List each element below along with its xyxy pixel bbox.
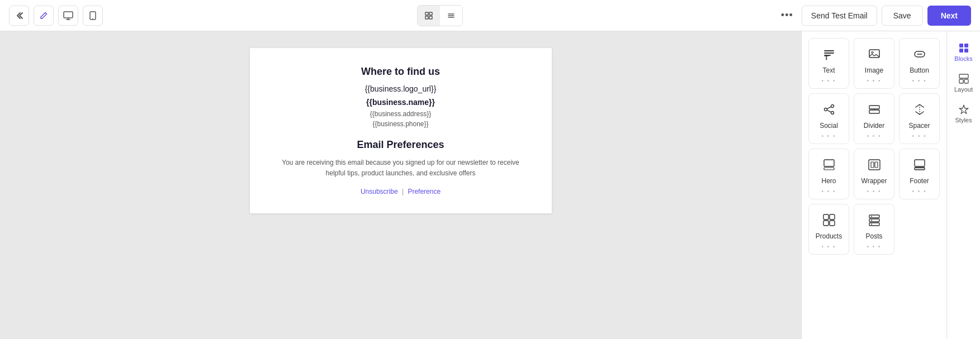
block-hero[interactable]: Hero • • • (808, 149, 849, 199)
svg-rect-0 (64, 12, 73, 18)
svg-rect-23 (871, 162, 874, 168)
wrapper-block-icon (868, 156, 881, 174)
business-name-var: {{business.name}} (272, 98, 529, 107)
email-preview: Where to find us {{business.logo_url}} {… (250, 48, 552, 213)
svg-rect-4 (429, 12, 432, 15)
svg-rect-3 (425, 12, 428, 15)
toolbar-right: ••• Send Test Email Save Next (777, 6, 971, 26)
body-text: You are receiving this email because you… (272, 157, 529, 179)
spacer-block-icon (913, 101, 926, 118)
footer-block-icon (913, 156, 926, 174)
desktop-view-button[interactable] (58, 6, 78, 26)
svg-rect-32 (869, 215, 879, 218)
sidebar-styles-button[interactable]: Styles (949, 99, 978, 128)
svg-rect-38 (959, 44, 963, 47)
svg-rect-41 (964, 49, 968, 52)
products-block-icon (822, 211, 836, 229)
block-divider[interactable]: Divider • • • (854, 93, 894, 144)
styles-label: Styles (955, 117, 972, 123)
block-footer[interactable]: Footer • • • (899, 149, 940, 199)
svg-text:T: T (825, 55, 828, 61)
hero-block-label: Hero (821, 177, 836, 185)
svg-rect-28 (823, 214, 828, 219)
svg-rect-40 (959, 49, 963, 52)
svg-point-36 (871, 220, 872, 221)
svg-rect-22 (869, 160, 880, 170)
find-us-title: Where to find us (272, 66, 529, 78)
canvas-area[interactable]: Where to find us {{business.logo_url}} {… (0, 31, 801, 339)
block-button[interactable]: Button • • • (899, 38, 940, 89)
preference-link[interactable]: Preference (408, 188, 441, 195)
svg-rect-21 (824, 168, 834, 170)
main-content: Where to find us {{business.logo_url}} {… (0, 31, 980, 339)
svg-rect-20 (824, 160, 834, 166)
svg-rect-25 (915, 160, 925, 166)
preferences-title: Email Preferences (272, 139, 529, 151)
svg-point-13 (831, 112, 834, 114)
blocks-grid: T Text • • • Image (808, 38, 940, 255)
toolbar-center (107, 5, 773, 26)
image-block-label: Image (865, 66, 883, 74)
hero-block-icon (822, 156, 836, 174)
svg-point-35 (871, 216, 872, 217)
wrapper-block-label: Wrapper (861, 177, 887, 185)
text-block-label: Text (822, 66, 835, 74)
email-links: Unsubscribe | Preference (272, 188, 529, 195)
svg-point-11 (831, 105, 834, 108)
list-view-button[interactable] (440, 6, 462, 26)
social-block-label: Social (820, 122, 838, 130)
button-block-label: Button (910, 66, 929, 74)
svg-rect-5 (425, 16, 428, 19)
view-toggle (417, 5, 463, 26)
sidebar-icons: Blocks Layout Styles (946, 31, 980, 339)
svg-rect-16 (869, 106, 879, 109)
svg-rect-17 (869, 110, 879, 113)
sidebar-layout-button[interactable]: Layout (949, 69, 978, 97)
svg-rect-29 (830, 214, 835, 219)
mobile-view-button[interactable] (83, 6, 103, 26)
svg-rect-43 (959, 79, 963, 83)
blocks-label: Blocks (954, 55, 972, 62)
spacer-block-label: Spacer (908, 122, 930, 130)
block-image[interactable]: Image • • • (854, 38, 894, 89)
toolbar: ••• Send Test Email Save Next (0, 0, 980, 31)
posts-block-label: Posts (865, 232, 882, 240)
svg-rect-44 (964, 79, 968, 83)
edit-button[interactable] (34, 6, 54, 26)
svg-rect-34 (869, 223, 879, 226)
block-posts[interactable]: Posts • • • (854, 204, 894, 255)
right-sidebar: T Text • • • Image (801, 31, 980, 339)
sidebar-blocks-button[interactable]: Blocks (949, 38, 978, 66)
save-button[interactable]: Save (882, 6, 923, 26)
address-var: {{business.address}} (272, 110, 529, 118)
posts-block-icon (868, 211, 881, 229)
image-block-icon (868, 45, 881, 63)
svg-rect-6 (429, 16, 432, 19)
unsubscribe-link[interactable]: Unsubscribe (361, 188, 398, 195)
svg-point-9 (872, 52, 873, 54)
toolbar-left (9, 6, 103, 26)
block-spacer[interactable]: Spacer • • • (899, 93, 940, 144)
send-test-email-button[interactable]: Send Test Email (802, 6, 877, 26)
next-button[interactable]: Next (927, 6, 971, 26)
svg-rect-31 (830, 221, 835, 226)
logo-url-var: {{business.logo_url}} (272, 84, 529, 93)
svg-rect-30 (823, 221, 828, 226)
more-options-button[interactable]: ••• (777, 6, 797, 26)
svg-rect-42 (959, 74, 968, 78)
divider-block-label: Divider (864, 122, 884, 130)
social-block-icon (822, 101, 836, 118)
back-button[interactable] (9, 6, 29, 26)
svg-rect-33 (869, 219, 879, 222)
phone-var: {{business.phone}} (272, 120, 529, 128)
block-wrapper[interactable]: Wrapper • • • (854, 149, 894, 199)
block-products[interactable]: Products • • • (808, 204, 849, 255)
svg-rect-39 (964, 44, 968, 47)
svg-point-37 (871, 224, 872, 225)
block-social[interactable]: Social • • • (808, 93, 849, 144)
svg-rect-8 (869, 50, 879, 58)
blocks-panel: T Text • • • Image (802, 31, 946, 339)
block-text[interactable]: T Text • • • (808, 38, 849, 89)
footer-block-label: Footer (910, 177, 929, 185)
grid-view-button[interactable] (418, 6, 440, 26)
